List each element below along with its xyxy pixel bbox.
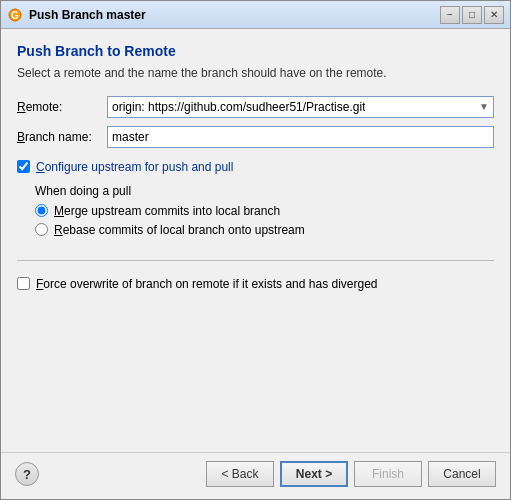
radio-merge-row: Merge upstream commits into local branch bbox=[35, 204, 494, 218]
branch-control-wrap bbox=[107, 126, 494, 148]
rebase-radio-label[interactable]: Rebase commits of local branch onto upst… bbox=[54, 223, 305, 237]
branch-row: Branch name: bbox=[17, 126, 494, 148]
footer-buttons: < Back Next > Finish Cancel bbox=[206, 461, 496, 487]
force-checkbox[interactable] bbox=[17, 277, 30, 290]
back-button[interactable]: < Back bbox=[206, 461, 274, 487]
window-controls: − □ ✕ bbox=[440, 6, 504, 24]
remote-label: Remote: bbox=[17, 100, 107, 114]
title-bar: G Push Branch master − □ ✕ bbox=[1, 1, 510, 29]
main-window: G Push Branch master − □ ✕ Push Branch t… bbox=[0, 0, 511, 500]
pull-label: When doing a pull bbox=[35, 184, 494, 198]
remote-dropdown[interactable]: origin: https://github.com/sudheer51/Pra… bbox=[107, 96, 494, 118]
section-title: Push Branch to Remote bbox=[17, 43, 494, 59]
close-button[interactable]: ✕ bbox=[484, 6, 504, 24]
merge-radio[interactable] bbox=[35, 204, 48, 217]
force-checkbox-row: Force overwrite of branch on remote if i… bbox=[17, 277, 494, 291]
remote-row: Remote: origin: https://github.com/sudhe… bbox=[17, 96, 494, 118]
dialog-footer: ? < Back Next > Finish Cancel bbox=[1, 452, 510, 499]
divider bbox=[17, 260, 494, 261]
window-title: Push Branch master bbox=[29, 8, 440, 22]
branch-label: Branch name: bbox=[17, 130, 107, 144]
radio-rebase-row: Rebase commits of local branch onto upst… bbox=[35, 223, 494, 237]
section-description: Select a remote and the name the branch … bbox=[17, 65, 494, 82]
force-label[interactable]: Force overwrite of branch on remote if i… bbox=[36, 277, 378, 291]
dropdown-arrow-icon: ▼ bbox=[479, 101, 489, 112]
configure-checkbox[interactable] bbox=[17, 160, 30, 173]
configure-checkbox-row: Configure upstream for push and pull bbox=[17, 160, 494, 174]
finish-button: Finish bbox=[354, 461, 422, 487]
maximize-button[interactable]: □ bbox=[462, 6, 482, 24]
rebase-radio[interactable] bbox=[35, 223, 48, 236]
remote-dropdown-text: origin: https://github.com/sudheer51/Pra… bbox=[112, 100, 365, 114]
configure-label[interactable]: Configure upstream for push and pull bbox=[36, 160, 233, 174]
branch-input[interactable] bbox=[107, 126, 494, 148]
cancel-button[interactable]: Cancel bbox=[428, 461, 496, 487]
pull-section: When doing a pull Merge upstream commits… bbox=[35, 184, 494, 242]
dialog-content: Push Branch to Remote Select a remote an… bbox=[1, 29, 510, 452]
next-button[interactable]: Next > bbox=[280, 461, 348, 487]
svg-text:G: G bbox=[11, 10, 19, 21]
minimize-button[interactable]: − bbox=[440, 6, 460, 24]
window-icon: G bbox=[7, 7, 23, 23]
help-button[interactable]: ? bbox=[15, 462, 39, 486]
remote-control-wrap: origin: https://github.com/sudheer51/Pra… bbox=[107, 96, 494, 118]
merge-radio-label[interactable]: Merge upstream commits into local branch bbox=[54, 204, 280, 218]
